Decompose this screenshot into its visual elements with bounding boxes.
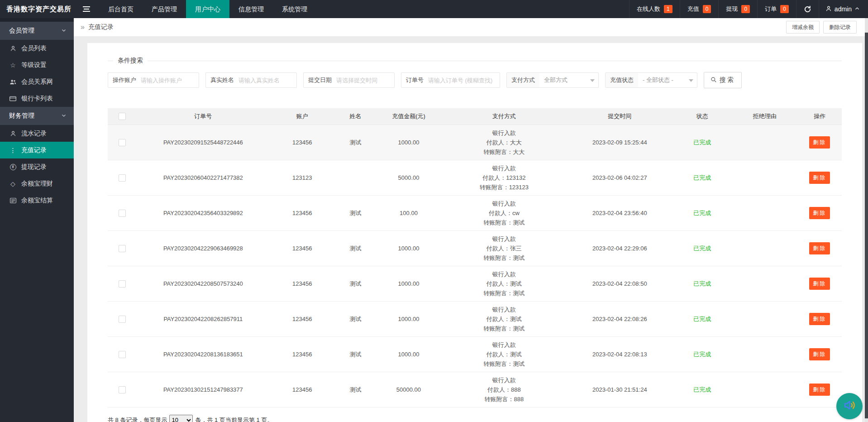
pay-method-cell: 银行入款 付款人：测试 转账附言：测试: [442, 266, 567, 301]
order-no-cell: PAY202302042229063469928: [137, 230, 269, 266]
delete-records-button[interactable]: 删除记录: [823, 21, 857, 34]
table-row: PAY202302042208507573240 123456 测试 1000.…: [108, 266, 842, 301]
topbar: 香港数字资产交易所 后台首页 产品管理 用户中心 信息管理 系统管理 在线人数 …: [0, 0, 868, 18]
submit-time-cell: 2023-02-04 22:08:50: [567, 266, 673, 301]
sidebar: 会员管理 会员列表 ☆ 等级设置 会员关系网 银行卡列表 财务管理: [0, 18, 74, 422]
sound-toggle-button[interactable]: [836, 393, 863, 419]
row-checkbox[interactable]: [119, 351, 126, 358]
account-cell: 123456: [269, 336, 335, 372]
row-checkbox[interactable]: [119, 316, 126, 323]
main-content: » 充值记录 增减余额 删除记录 条件搜索 操作账户 真实姓名 提交日期: [74, 18, 868, 422]
col-status: 状态: [673, 108, 732, 125]
user-icon: [9, 45, 17, 52]
submit-time-cell: 2023-02-06 04:02:27: [567, 160, 673, 195]
nav-item-dashboard[interactable]: 后台首页: [99, 0, 143, 18]
dots-icon: ⋮: [9, 147, 17, 154]
account-input[interactable]: [141, 77, 199, 84]
pay-method-cell: 银行入款 付款人：大大 转账附言：大大: [442, 125, 567, 160]
order-count-badge: 0: [780, 5, 789, 13]
reject-reason-cell: [732, 301, 798, 336]
search-field-order-no: 订单号: [401, 72, 500, 88]
sidebar-item-bank-card-list[interactable]: 银行卡列表: [0, 90, 74, 107]
recharge-status-select[interactable]: - 全部状态 -: [638, 76, 697, 84]
content-card: 条件搜索 操作账户 真实姓名 提交日期 订单号: [87, 43, 862, 422]
submit-time-cell: 2023-02-04 22:08:26: [567, 301, 673, 336]
user-icon: [825, 5, 832, 13]
stat-withdraw[interactable]: 提现 0: [718, 0, 757, 18]
row-checkbox[interactable]: [119, 139, 126, 146]
sidebar-item-yuebao-invest[interactable]: ◇ 余额宝理财: [0, 175, 74, 192]
stat-orders[interactable]: 订单 0: [757, 0, 796, 18]
order-no-cell: PAY202301302151247983377: [137, 372, 269, 407]
sidebar-section-finance-management[interactable]: 财务管理: [0, 107, 74, 125]
status-badge: 已完成: [673, 160, 732, 195]
sidebar-item-yuebao-settlement[interactable]: 余额宝结算: [0, 192, 74, 209]
pagination: 共 8 条记录，每页显示 10 条，共 1 页当前显示第 1 页。: [108, 415, 842, 422]
delete-button[interactable]: 删除: [809, 348, 830, 360]
recharge-records-table: 订单号 账户 姓名 充值金额(元) 支付方式 提交时间 状态 拒绝理由 操作 P…: [108, 108, 842, 408]
delete-button[interactable]: 删除: [809, 242, 830, 254]
order-no-cell: PAY202302042356403329892: [137, 195, 269, 230]
search-button[interactable]: 搜索: [704, 72, 742, 88]
real-name-input[interactable]: [238, 77, 296, 84]
sidebar-item-withdraw-records[interactable]: ¥ 提现记录: [0, 158, 74, 175]
search-field-recharge-status: 充值状态 - 全部状态 -: [605, 72, 697, 88]
name-cell: 测试: [335, 125, 376, 160]
table-row: PAY202301302151247983377 123456 测试 50000…: [108, 372, 842, 407]
col-name: 姓名: [335, 108, 376, 125]
breadcrumb-icon: »: [81, 23, 85, 31]
table-row: PAY202302042208262857911 123456 测试 1000.…: [108, 301, 842, 336]
delete-button[interactable]: 删除: [809, 313, 830, 325]
table-row: PAY202302060402271477382 123123 5000.00 …: [108, 160, 842, 195]
nav-item-information[interactable]: 信息管理: [229, 0, 273, 18]
chevron-up-icon: [854, 5, 860, 13]
pagination-suffix: 条，共 1 页当前显示第 1 页。: [195, 416, 273, 422]
sidebar-item-member-network[interactable]: 会员关系网: [0, 73, 74, 90]
sidebar-item-recharge-records[interactable]: ⋮ 充值记录: [0, 142, 74, 158]
refresh-icon[interactable]: [796, 0, 819, 18]
amount-cell: 100.00: [376, 195, 442, 230]
sidebar-item-level-settings[interactable]: ☆ 等级设置: [0, 57, 74, 73]
order-no-cell: PAY202302091525448722446: [137, 125, 269, 160]
name-cell: 测试: [335, 195, 376, 230]
pay-method-cell: 银行入款 付款人：张三 转账附言：测试: [442, 230, 567, 266]
select-all-checkbox[interactable]: [119, 113, 126, 120]
nav-item-system[interactable]: 系统管理: [273, 0, 316, 18]
hamburger-menu-icon[interactable]: [74, 0, 99, 18]
caret-down-icon: [689, 79, 693, 82]
user-menu[interactable]: admin: [819, 0, 868, 18]
amount-cell: 50000.00: [376, 372, 442, 407]
row-checkbox[interactable]: [119, 245, 126, 252]
adjust-balance-button[interactable]: 增减余额: [786, 21, 820, 34]
scrollbar-thumb[interactable]: [865, 33, 868, 418]
delete-button[interactable]: 删除: [809, 384, 830, 396]
stat-online-users[interactable]: 在线人数 1: [629, 0, 680, 18]
status-badge: 已完成: [673, 195, 732, 230]
delete-button[interactable]: 删除: [809, 207, 830, 219]
row-checkbox[interactable]: [119, 386, 126, 393]
nav-item-user-center[interactable]: 用户中心: [186, 0, 229, 18]
delete-button[interactable]: 删除: [809, 136, 830, 149]
row-checkbox[interactable]: [119, 210, 126, 217]
row-checkbox[interactable]: [119, 174, 126, 182]
sidebar-item-flow-records[interactable]: 流水记录: [0, 125, 74, 142]
delete-button[interactable]: 删除: [809, 278, 830, 290]
delete-button[interactable]: 删除: [809, 172, 830, 184]
submit-time-cell: 2023-02-04 22:08:13: [567, 336, 673, 372]
account-cell: 123456: [269, 230, 335, 266]
search-field-submit-date: 提交日期: [303, 72, 395, 88]
pay-method-select[interactable]: 全部方式: [539, 76, 598, 84]
sidebar-section-member-management[interactable]: 会员管理: [0, 22, 74, 40]
submit-date-input[interactable]: [336, 77, 394, 84]
pay-method-cell: 银行入款 付款人：cw 转账附言：测试: [442, 195, 567, 230]
nav-item-products[interactable]: 产品管理: [143, 0, 186, 18]
row-checkbox[interactable]: [119, 280, 126, 288]
reject-reason-cell: [732, 230, 798, 266]
order-no-input[interactable]: [428, 77, 500, 84]
page-size-select[interactable]: 10: [169, 415, 193, 422]
sidebar-item-member-list[interactable]: 会员列表: [0, 40, 74, 57]
status-badge: 已完成: [673, 301, 732, 336]
search-icon: [711, 77, 717, 84]
stat-recharge[interactable]: 充值 0: [680, 0, 719, 18]
pay-method-cell: 银行入款 付款人：测试 转账附言：测试: [442, 301, 567, 336]
